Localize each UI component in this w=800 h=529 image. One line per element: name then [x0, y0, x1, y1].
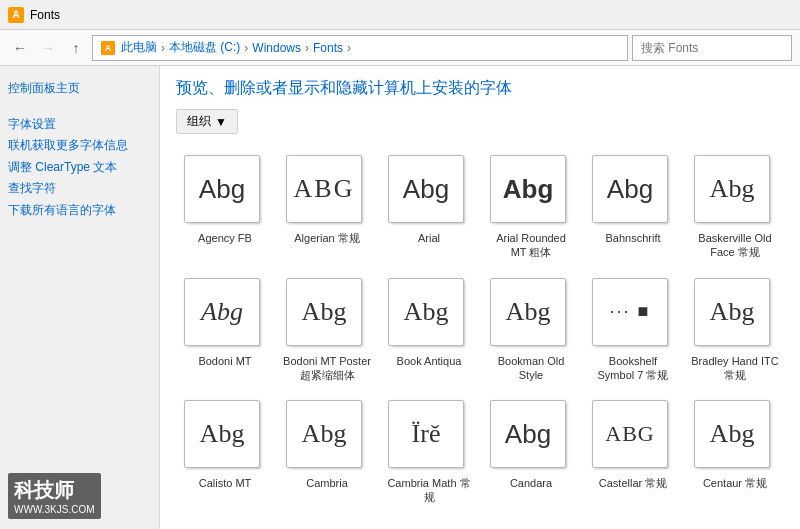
path-pc[interactable]: 此电脑: [121, 39, 157, 56]
font-item[interactable]: Abg Bradley Hand ITC 常规: [686, 271, 784, 390]
font-item[interactable]: Abg Bahnschrift: [584, 148, 682, 267]
back-button[interactable]: ←: [8, 36, 32, 60]
font-label: Bookman Old Style: [487, 354, 575, 383]
font-item[interactable]: Abg Candara: [482, 393, 580, 512]
font-icon: Abg: [284, 400, 370, 472]
font-preview-text: Abg: [404, 297, 449, 327]
font-label: Bodoni MT Poster 超紧缩细体: [283, 354, 371, 383]
font-icon: Abg: [182, 400, 268, 472]
path-icon: A: [101, 41, 115, 55]
sidebar-item-cleartype[interactable]: 调整 ClearType 文本: [8, 157, 151, 179]
font-page-front: ··· ■: [592, 278, 668, 346]
font-label: Candara: [510, 476, 552, 490]
font-item[interactable]: Abg Calisto MT: [176, 393, 274, 512]
font-icon: Abg: [488, 155, 574, 227]
font-page-stack: Abg: [386, 155, 472, 227]
font-icon: Abg: [692, 278, 778, 350]
font-icon: Abg: [692, 400, 778, 472]
font-item[interactable]: ABG Castellar 常规: [584, 393, 682, 512]
search-input[interactable]: [632, 35, 792, 61]
watermark-line2: WWW.3KJS.COM: [14, 504, 95, 515]
font-item[interactable]: ··· ■ Bookshelf Symbol 7 常规: [584, 271, 682, 390]
font-page-stack: ··· ■: [590, 278, 676, 350]
font-item[interactable]: Abg Arial: [380, 148, 478, 267]
organize-button[interactable]: 组织 ▼: [176, 109, 238, 134]
font-page-stack: Abg: [284, 400, 370, 472]
font-preview-text: Abg: [302, 297, 347, 327]
font-page-front: Abg: [694, 155, 770, 223]
font-item[interactable]: Abg Centaur 常规: [686, 393, 784, 512]
font-page-stack: Abg: [590, 155, 676, 227]
font-label: Book Antiqua: [397, 354, 462, 368]
up-button[interactable]: ↑: [64, 36, 88, 60]
font-preview-text: ··· ■: [610, 301, 651, 322]
font-item[interactable]: Abg Bodoni MT Poster 超紧缩细体: [278, 271, 376, 390]
font-page-front: Abg: [490, 400, 566, 468]
sidebar-item-fontsettings[interactable]: 字体设置: [8, 114, 151, 136]
font-page-stack: Abg: [182, 400, 268, 472]
font-page-front: Abg: [184, 400, 260, 468]
font-icon: Abg: [182, 155, 268, 227]
sidebar-item-controlpanel[interactable]: 控制面板主页: [8, 78, 151, 100]
font-label: Bodoni MT: [198, 354, 251, 368]
chevron-down-icon: ▼: [215, 115, 227, 129]
sidebar: 控制面板主页 字体设置 联机获取更多字体信息 调整 ClearType 文本 查…: [0, 66, 160, 529]
font-label: Arial Rounded MT 粗体: [487, 231, 575, 260]
font-preview-text: Abg: [302, 419, 347, 449]
font-item[interactable]: Abg Cambria: [278, 393, 376, 512]
font-label: Bahnschrift: [605, 231, 660, 245]
font-item[interactable]: Abg Baskerville Old Face 常规: [686, 148, 784, 267]
font-icon: Abg: [386, 155, 472, 227]
path-drive[interactable]: 本地磁盘 (C:): [169, 39, 240, 56]
font-preview-text: Abg: [200, 419, 245, 449]
font-page-stack: Ïrě: [386, 400, 472, 472]
font-page-stack: Abg: [386, 278, 472, 350]
font-item[interactable]: Abg Bodoni MT: [176, 271, 274, 390]
font-page-stack: Abg: [182, 278, 268, 350]
font-page-stack: Abg: [284, 278, 370, 350]
font-item[interactable]: Abg Agency FB: [176, 148, 274, 267]
font-page-front: Abg: [286, 400, 362, 468]
font-label: Centaur 常规: [703, 476, 767, 490]
font-preview-text: ABG: [605, 421, 654, 447]
font-page-stack: Abg: [692, 278, 778, 350]
address-path: A 此电脑 › 本地磁盘 (C:) › Windows › Fonts ›: [92, 35, 628, 61]
sidebar-item-downloadfonts[interactable]: 下载所有语言的字体: [8, 200, 151, 222]
forward-button[interactable]: →: [36, 36, 60, 60]
font-item[interactable]: ABG Algerian 常规: [278, 148, 376, 267]
font-label: Cambria Math 常规: [385, 476, 473, 505]
main-content: 控制面板主页 字体设置 联机获取更多字体信息 调整 ClearType 文本 查…: [0, 66, 800, 529]
font-item[interactable]: Abg Arial Rounded MT 粗体: [482, 148, 580, 267]
font-page-front: ABG: [286, 155, 362, 223]
font-label: Bookshelf Symbol 7 常规: [589, 354, 677, 383]
path-windows[interactable]: Windows: [252, 41, 301, 55]
font-item[interactable]: Abg Bookman Old Style: [482, 271, 580, 390]
font-icon: Abg: [386, 278, 472, 350]
font-preview-text: ABG: [294, 174, 355, 204]
font-icon: Abg: [488, 278, 574, 350]
font-item[interactable]: Abg Book Antiqua: [380, 271, 478, 390]
font-page-stack: Abg: [692, 400, 778, 472]
font-page-front: Abg: [694, 400, 770, 468]
title-bar: A Fonts: [0, 0, 800, 30]
path-fonts[interactable]: Fonts: [313, 41, 343, 55]
font-label: Baskerville Old Face 常规: [691, 231, 779, 260]
font-page-front: Abg: [286, 278, 362, 346]
sidebar-item-getfonts[interactable]: 联机获取更多字体信息: [8, 135, 151, 157]
font-icon: Abg: [692, 155, 778, 227]
font-icon: ABG: [590, 400, 676, 472]
font-page-front: Abg: [490, 155, 566, 223]
font-page-stack: ABG: [284, 155, 370, 227]
sidebar-item-findchar[interactable]: 查找字符: [8, 178, 151, 200]
font-icon: Abg: [488, 400, 574, 472]
font-label: Calisto MT: [199, 476, 252, 490]
font-page-front: Abg: [388, 278, 464, 346]
font-label: Cambria: [306, 476, 348, 490]
font-preview-text: Abg: [503, 174, 554, 205]
font-page-stack: Abg: [182, 155, 268, 227]
font-page-front: Ïrě: [388, 400, 464, 468]
font-item[interactable]: Ïrě Cambria Math 常规: [380, 393, 478, 512]
font-page-front: ABG: [592, 400, 668, 468]
font-label: Algerian 常规: [294, 231, 359, 245]
font-icon: Abg: [182, 278, 268, 350]
